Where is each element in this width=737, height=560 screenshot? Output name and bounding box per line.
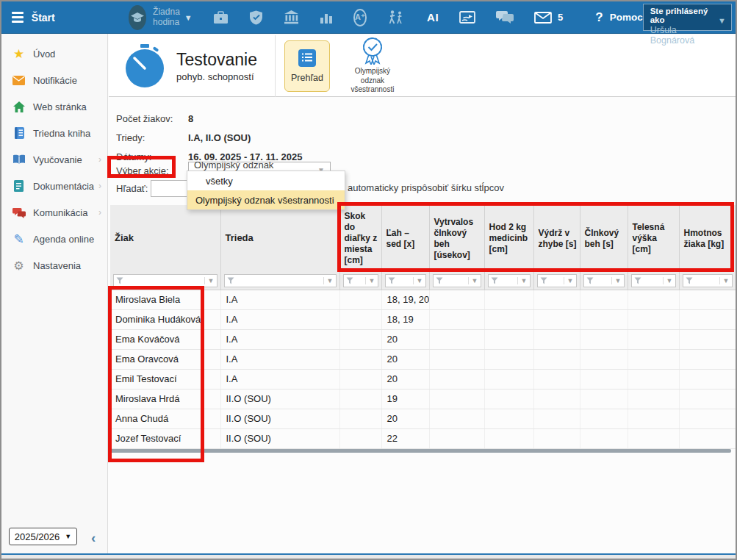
page-header: Testovanie pohyb. schopností Prehľad (109, 35, 736, 97)
table-cell: Jozef Testovací (110, 428, 220, 448)
table-cell: Emil Testovací (110, 369, 220, 389)
table-row[interactable]: Jozef TestovacíII.O (SOU)22 (110, 428, 736, 448)
table-cell (580, 409, 628, 428)
sidebar-item-triedna-kniha[interactable]: Triedna kniha (1, 120, 107, 146)
table-row[interactable]: Miroslava HrdáII.O (SOU)19 (110, 389, 736, 409)
funnel-icon (491, 277, 498, 284)
bottom-strip (1, 553, 736, 559)
bar-chart-icon[interactable] (320, 11, 333, 24)
filter-control[interactable]: ▼ (113, 274, 217, 287)
help-button[interactable]: Pomoc (610, 12, 643, 23)
funnel-icon (436, 277, 443, 284)
table-cell (339, 349, 381, 369)
dropdown-option-all[interactable]: všetky (187, 171, 345, 190)
filter-control[interactable]: ▼ (631, 274, 676, 287)
column-header[interactable]: Hod 2 kg medicinb [cm] (484, 205, 533, 272)
filter-control[interactable]: ▼ (385, 274, 426, 287)
horizontal-scrollbar[interactable] (110, 449, 731, 453)
table-cell (628, 409, 679, 428)
sidebar-item-notifikacie[interactable]: Notifikácie (1, 67, 107, 93)
column-header[interactable]: Výdrž v zhybe [s] (533, 205, 580, 272)
sidebar-item-dokumentacia[interactable]: Dokumentácia › (1, 173, 107, 199)
menu-icon[interactable] (12, 12, 24, 23)
mail-button[interactable]: 5 (534, 12, 563, 24)
lesson-status[interactable]: Žiadnahodina (153, 7, 180, 28)
filter-caret-icon: ▼ (204, 277, 215, 284)
table-cell: 20 (381, 409, 429, 428)
lesson-caret-icon[interactable]: ▼ (184, 13, 193, 22)
funnel-icon (686, 277, 693, 284)
column-header[interactable]: Vytrvalos člnkový beh [úsekov] (429, 205, 484, 272)
excursion-walkers-icon[interactable] (387, 10, 405, 25)
column-header[interactable]: Žiak (110, 205, 220, 272)
chat-icon[interactable] (496, 10, 514, 24)
table-cell (628, 290, 679, 309)
table-row[interactable]: Dominika HudákováI.A18, 19 (110, 309, 736, 329)
tab-overview[interactable]: Prehľad (284, 40, 330, 92)
funnel-icon (346, 277, 353, 284)
sidebar-item-komunikacia[interactable]: Komunikácia › (1, 199, 107, 226)
table-row[interactable]: Ema OravcováI.A20 (110, 349, 736, 369)
action-dropdown-panel: všetky Olympijský odznak všestrannosti (187, 170, 345, 210)
table-cell: 20 (381, 349, 429, 369)
sidebar-item-agenda-online[interactable]: ✎ Agenda online (1, 226, 107, 252)
table-row[interactable]: Emil TestovacíI.A20 (110, 369, 736, 389)
briefcase-icon[interactable] (213, 11, 229, 24)
school-year-select[interactable]: 2025/2026▼ (9, 528, 77, 545)
shield-icon[interactable] (249, 10, 263, 25)
column-header[interactable]: Hmotnos žiaka [kg] (679, 205, 736, 272)
filter-control[interactable]: ▼ (224, 274, 337, 287)
filter-control[interactable]: ▼ (488, 274, 531, 287)
table-cell (628, 428, 679, 448)
table-row[interactable]: Ema KováčováI.A20 (110, 329, 736, 349)
table-cell: II.O (SOU) (220, 389, 339, 409)
column-header[interactable]: Trieda (220, 205, 339, 272)
table-cell (533, 369, 580, 389)
current-lesson-button[interactable] (129, 5, 146, 30)
badge-label: Olympijskýodznakvšestrannosti (351, 67, 395, 95)
sidebar-item-vyucovanie[interactable]: Vyučovanie › (1, 146, 107, 173)
user-menu[interactable]: Ste prihlásený ako Uršula Bognárová ▼ (643, 4, 732, 31)
column-header[interactable]: Člnkový beh [s] (580, 205, 628, 272)
table-cell (429, 309, 484, 329)
filter-control[interactable]: ▼ (583, 274, 625, 287)
page-title: Testovanie (176, 50, 257, 70)
table-cell (429, 329, 484, 349)
mail-icon (534, 12, 552, 24)
ai-button[interactable]: AI (427, 11, 439, 24)
sidebar-item-web-stranka[interactable]: Web stránka (1, 93, 107, 120)
table-row[interactable]: Miroslava BielaI.A18, 19, 20 (110, 290, 736, 309)
table-cell (533, 349, 580, 369)
sidebar-item-uvod[interactable]: ★ Úvod (1, 40, 107, 67)
filter-control[interactable]: ▼ (683, 274, 733, 287)
table-cell (339, 428, 381, 448)
column-header[interactable]: Skok do diaľky z miesta [cm] (339, 205, 381, 272)
cast-screen-icon[interactable] (459, 11, 475, 24)
sidebar: ★ Úvod Notifikácie Web stránka Triedna k… (1, 34, 108, 555)
tab-overview-label: Prehľad (291, 73, 323, 83)
dropdown-option-olympic[interactable]: Olympijský odznak všestrannosti (187, 190, 345, 209)
table-cell (533, 389, 580, 409)
classes-value: I.A, II.O (SOU) (188, 132, 251, 143)
tab-olympic-badge[interactable]: Olympijskýodznakvšestrannosti (344, 37, 401, 95)
chevron-right-icon: › (98, 154, 101, 165)
filter-control[interactable]: ▼ (343, 274, 378, 287)
column-header[interactable]: Ľah – sed [x] (381, 205, 429, 272)
table-cell: 18, 19 (381, 309, 429, 329)
table-cell (580, 329, 628, 349)
help-question-icon[interactable]: ? (595, 10, 603, 25)
autofit-columns-label[interactable]: automaticky prispôsobiť šírku stĺpcov (348, 182, 504, 193)
table-row[interactable]: Anna ChudáII.O (SOU)20 (110, 409, 736, 428)
filter-caret-icon: ▼ (517, 277, 528, 284)
grades-a-plus-icon[interactable]: A⁺ (353, 9, 367, 26)
filter-control[interactable]: ▼ (433, 274, 481, 287)
table-cell (679, 409, 736, 428)
sidebar-item-nastavenia[interactable]: ⚙ Nastavenia (1, 252, 107, 279)
filter-control[interactable]: ▼ (537, 274, 577, 287)
institution-icon[interactable] (284, 10, 299, 24)
collapse-sidebar-button[interactable]: ‹ (91, 531, 96, 545)
table-cell (484, 389, 533, 409)
start-button[interactable]: Štart (32, 12, 55, 24)
user-name: Uršula Bognárová (650, 25, 715, 46)
column-header[interactable]: Telesná výška [cm] (628, 205, 679, 272)
